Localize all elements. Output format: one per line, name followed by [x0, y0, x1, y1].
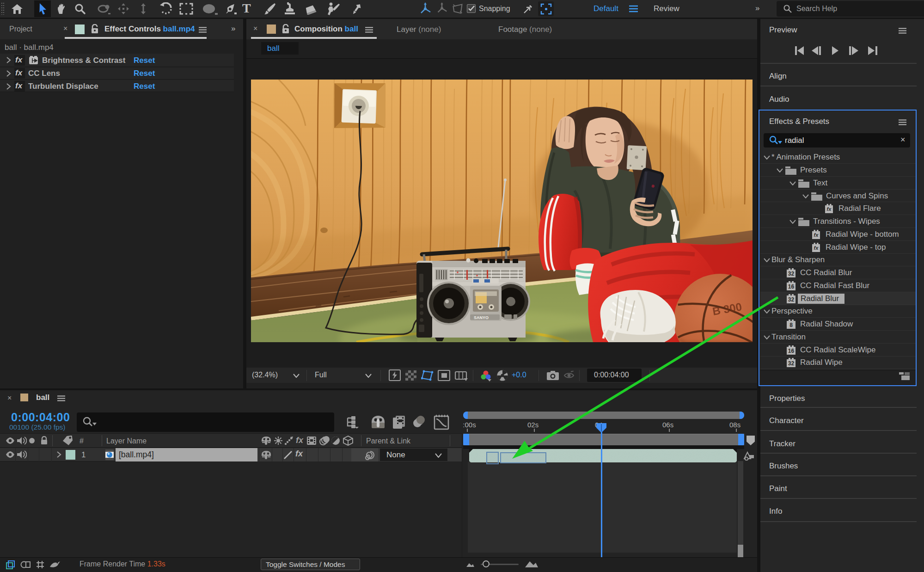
svg-text:32: 32	[788, 271, 795, 277]
svg-text:8: 8	[789, 322, 793, 328]
svg-text:fx: fx	[814, 232, 819, 238]
svg-text:fx: fx	[814, 245, 819, 251]
svg-text:16: 16	[788, 283, 795, 290]
svg-text:SANYO: SANYO	[474, 315, 489, 320]
svg-text:32: 32	[788, 360, 795, 367]
svg-text:fx: fx	[827, 206, 832, 212]
svg-text:16: 16	[788, 348, 795, 354]
svg-text:32: 32	[788, 296, 795, 303]
